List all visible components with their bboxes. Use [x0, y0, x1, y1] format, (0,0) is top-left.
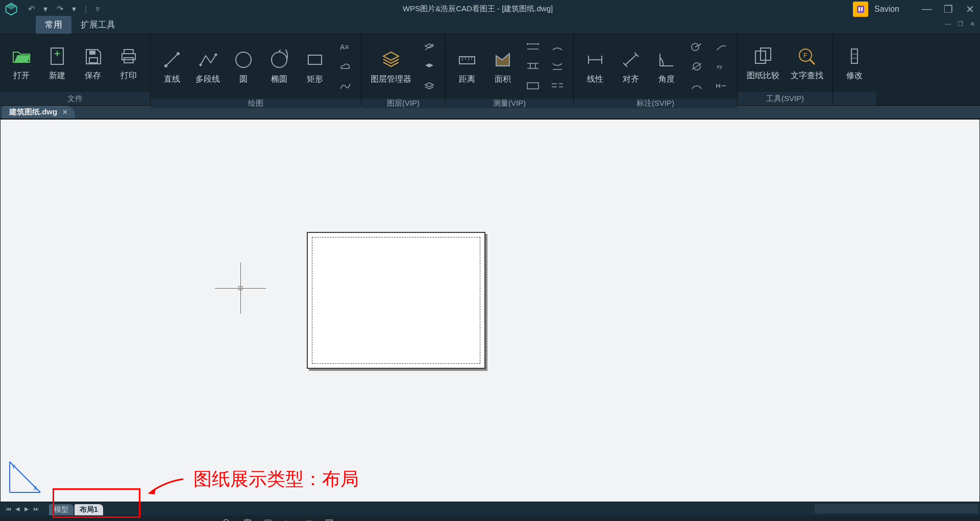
align-dim-button[interactable]: 对齐	[615, 46, 647, 87]
svg-rect-2	[857, 6, 864, 13]
user-name[interactable]: Savion	[874, 5, 899, 14]
diameter-dim-icon[interactable]	[688, 59, 705, 74]
rect-label: 矩形	[307, 74, 323, 85]
findtext-button[interactable]: F 文字查找	[787, 43, 827, 83]
print-icon	[117, 45, 140, 67]
maximize-button[interactable]: ❐	[942, 3, 954, 15]
mdi-restore-icon[interactable]: ❐	[955, 20, 965, 28]
measure-multi-icon[interactable]	[549, 78, 566, 93]
polyline-button[interactable]: 多段线	[191, 46, 224, 87]
qat-dropdown-icon[interactable]: ▾	[40, 4, 51, 14]
svg-rect-8	[89, 58, 97, 63]
svg-marker-1	[6, 3, 17, 9]
text-tool-icon[interactable]: A≡	[336, 39, 354, 55]
group-title-modify	[833, 92, 876, 105]
area-button[interactable]: 面积	[486, 46, 519, 87]
window-controls: — ❐ ✕	[921, 3, 976, 15]
tab-ext-tools[interactable]: 扩展工具	[71, 16, 125, 34]
grid-icon[interactable]	[262, 517, 274, 521]
qat-undo-icon[interactable]: ↶	[26, 4, 36, 14]
horizontal-scrollbar[interactable]	[815, 504, 978, 513]
layer-on-icon[interactable]	[421, 78, 438, 93]
pickbox	[238, 286, 242, 290]
arc-dim-icon[interactable]	[688, 78, 705, 93]
angle-dim-button[interactable]: 角度	[650, 46, 683, 87]
mdi-minimize-icon[interactable]: —	[943, 20, 952, 28]
layout-nav-first-icon[interactable]: ⏮	[4, 505, 12, 513]
layout-nav-next-icon[interactable]: ▶	[22, 505, 31, 513]
layer-off-icon[interactable]	[421, 39, 438, 55]
rect-button[interactable]: 矩形	[299, 46, 331, 87]
annotate-extras-1	[686, 37, 707, 96]
measure-tool-icon[interactable]	[524, 78, 542, 93]
document-tab[interactable]: 建筑图纸.dwg ✕	[2, 106, 75, 119]
svg-marker-53	[148, 488, 156, 494]
titlebar: ↶ ▾ ↷ ▾ | ▿ WPS图片&浩辰CAD看图王 - [建筑图纸.dwg] …	[0, 0, 980, 18]
annotation-highlight-box	[53, 488, 140, 518]
layer-extras	[419, 37, 440, 96]
layer-manager-button[interactable]: 图层管理器	[366, 46, 415, 87]
status-bar-tools	[222, 517, 335, 521]
snap-icon[interactable]	[242, 517, 253, 521]
group-title-tools: 工具(SVIP)	[738, 92, 832, 105]
drawing-canvas[interactable]: Y X 图纸展示类型：布局	[0, 119, 980, 502]
leader-icon[interactable]	[713, 39, 730, 55]
align-label: 对齐	[623, 74, 639, 85]
measure-arc-icon[interactable]	[549, 59, 566, 74]
lineweight-icon[interactable]	[303, 517, 314, 521]
angle-dim-icon	[655, 49, 678, 71]
annotation-text: 图纸展示类型：布局	[193, 467, 359, 492]
circle-label: 圆	[239, 74, 248, 85]
fullscreen-icon[interactable]	[324, 517, 335, 521]
close-button[interactable]: ✕	[964, 3, 976, 15]
qat-more-icon[interactable]: ▿	[92, 4, 103, 14]
open-button[interactable]: 打开	[5, 43, 38, 83]
cloud-tool-icon[interactable]	[336, 59, 354, 74]
layout-nav-last-icon[interactable]: ⏭	[32, 505, 40, 513]
print-button[interactable]: 打印	[112, 43, 145, 83]
rect-icon	[304, 49, 326, 71]
measure-arc-icon[interactable]	[549, 39, 566, 55]
layer-isolate-icon[interactable]	[421, 59, 438, 74]
find-icon: F	[796, 45, 818, 67]
ellipse-label: 椭圆	[271, 74, 287, 85]
continue-dim-icon[interactable]	[713, 78, 730, 93]
modify-button[interactable]: 修改	[838, 43, 871, 83]
coord-dim-icon[interactable]: xy	[713, 59, 730, 74]
group-title-measure: 测量(VIP)	[446, 99, 573, 108]
qat-redo-icon[interactable]: ↷	[55, 4, 65, 14]
line-button[interactable]: 直线	[156, 46, 188, 87]
qat-separator: |	[85, 5, 87, 14]
new-button[interactable]: 新建	[41, 43, 74, 83]
distance-button[interactable]: 距离	[451, 46, 483, 87]
user-badge-icon[interactable]	[853, 2, 868, 17]
ellipse-button[interactable]: 椭圆	[263, 46, 296, 87]
circle-button[interactable]: 圆	[227, 46, 260, 87]
svg-text:xy: xy	[717, 63, 723, 69]
close-tab-icon[interactable]: ✕	[62, 108, 68, 116]
angle-label: 角度	[658, 74, 675, 85]
tab-common[interactable]: 常用	[36, 16, 71, 34]
svg-rect-9	[89, 51, 95, 55]
svg-text:A≡: A≡	[340, 43, 349, 51]
area-label: 面积	[495, 74, 511, 85]
minimize-button[interactable]: —	[921, 3, 933, 15]
qat-dropdown-icon[interactable]: ▾	[69, 4, 79, 14]
compare-button[interactable]: 图纸比较	[743, 43, 783, 83]
measure-tool-icon[interactable]	[524, 39, 542, 55]
user-area: Savion — ❐ ✕	[853, 2, 976, 17]
ortho-icon[interactable]	[283, 517, 294, 521]
layout-nav-prev-icon[interactable]: ◀	[13, 505, 21, 513]
layers-icon	[380, 49, 402, 71]
mdi-close-icon[interactable]: ✕	[968, 20, 977, 28]
radius-dim-icon[interactable]	[688, 39, 705, 55]
linear-label: 线性	[587, 74, 603, 85]
svg-point-19	[272, 52, 287, 67]
ribbon-group-modify: 修改	[833, 34, 876, 105]
save-button[interactable]: 保存	[77, 43, 109, 83]
linear-dim-button[interactable]: 线性	[579, 46, 611, 87]
measure-tool-icon[interactable]	[524, 59, 542, 74]
spline-tool-icon[interactable]	[336, 78, 354, 93]
magnify-icon[interactable]	[222, 517, 233, 521]
findtext-label: 文字查找	[791, 70, 823, 81]
